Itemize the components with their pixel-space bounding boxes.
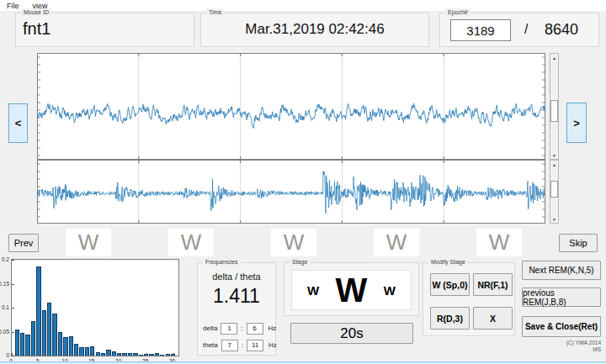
epoch-number-input[interactable] [450, 19, 511, 41]
copyright-line1: (C) YWA 2014 [505, 340, 601, 346]
scroll-left-button[interactable]: < [8, 103, 28, 143]
scroll-up-icon[interactable]: ▲ [550, 161, 558, 168]
scroll-right-button[interactable]: > [566, 103, 587, 143]
y-axis-tick-label: 0.2 [0, 256, 9, 262]
epoch-stage-label-5: W [476, 229, 522, 256]
theta-from-input[interactable] [221, 340, 238, 351]
histogram-tick-labels: 05101520253000.050.10.150.2 [11, 259, 179, 356]
eeg-trace-svg [37, 53, 545, 160]
prev-button[interactable]: Prev [8, 234, 39, 252]
modify-stage-label: Modify Stage [428, 258, 468, 266]
modify-stage-groupbox: Modify Stage W (Sp,0) NR(F,1) R(D,3) X [423, 262, 515, 336]
eeg-plot [37, 53, 545, 160]
epoch-stage-label-3: W [271, 229, 316, 256]
time-label: Time [206, 8, 224, 16]
theta-to-input[interactable] [247, 340, 263, 351]
theta-unit: Hz [268, 341, 277, 349]
mouse-id-groupbox: Mouse ID fnt1 [15, 13, 194, 47]
modify-stage-rem-button[interactable]: R(D,3) [430, 307, 470, 330]
epoch-total: 8640 [545, 21, 578, 39]
emg-plot [37, 160, 545, 224]
modify-stage-nrem-button[interactable]: NR(F,1) [473, 273, 513, 296]
frequencies-groupbox: Frequencies delta / theta 1.411 delta : … [197, 262, 276, 356]
delta-band-row: delta : Hz [203, 322, 272, 335]
theta-range-separator: : [242, 341, 243, 349]
emg-scrollbar-thumb[interactable] [550, 181, 558, 198]
emg-vertical-scrollbar[interactable]: ▲ ▼ [550, 160, 559, 224]
delta-band-name: delta [203, 324, 217, 332]
copyright-line2: MS [505, 346, 601, 353]
mouse-id-label: Mouse ID [21, 8, 51, 16]
left-arrow-icon: < [15, 117, 22, 129]
scroll-down-icon[interactable]: ▼ [550, 215, 558, 223]
previous-rem-button[interactable]: previous REM(J,B,8) [522, 288, 601, 307]
delta-range-separator: : [241, 324, 242, 332]
delta-from-input[interactable] [221, 323, 237, 335]
scroll-down-icon[interactable]: ▼ [550, 151, 558, 159]
next-stage-value: W [384, 283, 396, 298]
delta-theta-ratio-value: 1.411 [198, 285, 275, 308]
theta-band-name: theta [203, 341, 218, 349]
epoch-groupbox: Epoch# / 8640 [439, 13, 599, 47]
y-axis-tick-label: 0.1 [0, 304, 9, 310]
epoch-label: Epoch# [445, 8, 470, 16]
eeg-trace [37, 103, 545, 128]
emg-trace [37, 171, 545, 214]
time-groupbox: Time Mar.31,2019 02:42:46 [200, 13, 429, 47]
right-arrow-icon: > [573, 117, 580, 129]
stage-groupbox: Stage W W W [284, 262, 419, 316]
copyright-text: (C) YWA 2014 MS [505, 340, 601, 353]
app-window: Fileview Mouse ID fnt1 Time Mar.31,2019 … [0, 0, 606, 364]
epoch-stage-label-4: W [374, 229, 419, 256]
emg-trace-svg [37, 160, 545, 224]
delta-theta-ratio-label: delta / theta [198, 272, 275, 282]
epoch-duration-button[interactable]: 20s [290, 323, 413, 344]
scroll-up-icon[interactable]: ▲ [550, 54, 558, 61]
delta-to-input[interactable] [247, 323, 263, 335]
menu-bar: Fileview [0, 0, 606, 12]
epoch-separator: / [524, 22, 528, 37]
epoch-stage-label-1: W [66, 229, 111, 256]
save-close-button[interactable]: Save & Close(Ret) [522, 316, 601, 337]
mouse-id-value: fnt1 [23, 19, 50, 39]
epoch-stage-label-2: W [168, 229, 214, 256]
current-stage-value: W [336, 272, 368, 309]
previous-stage-value: W [307, 283, 319, 298]
modify-stage-x-button[interactable]: X [473, 307, 513, 330]
stage-display-panel: W W W [291, 270, 412, 310]
y-axis-tick-label: 0.15 [0, 281, 9, 287]
delta-unit: Hz [268, 324, 277, 332]
stage-label: Stage [290, 258, 310, 266]
y-axis-tick-label: 0.05 [0, 329, 9, 335]
time-value: Mar.31,2019 02:42:46 [201, 21, 428, 38]
theta-band-row: theta : Hz [203, 339, 272, 351]
next-rem-button[interactable]: Next REM(K,N,5) [522, 261, 601, 280]
eeg-vertical-scrollbar[interactable]: ▲ ▼ [550, 53, 559, 160]
y-axis-tick-label: 0 [0, 352, 9, 358]
skip-button[interactable]: Skip [559, 234, 598, 252]
modify-stage-wake-button[interactable]: W (Sp,0) [430, 273, 470, 296]
frequencies-label: Frequencies [203, 258, 241, 266]
eeg-scrollbar-thumb[interactable] [550, 100, 558, 122]
